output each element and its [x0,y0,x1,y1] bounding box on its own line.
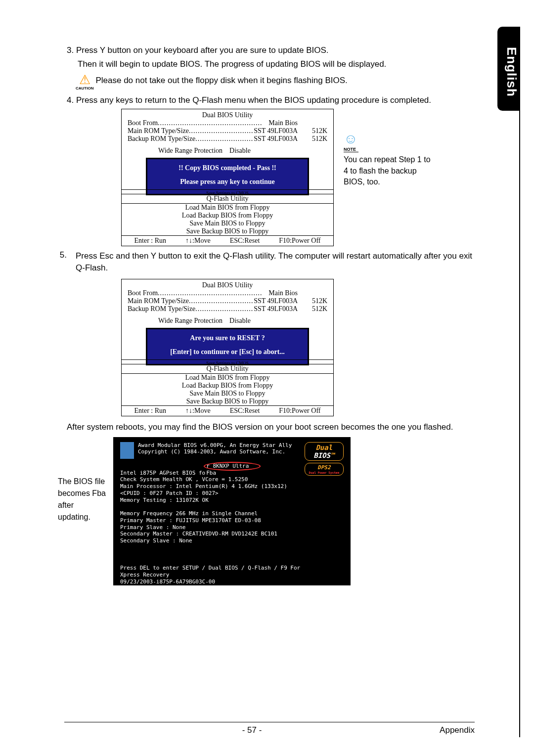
caution-icon: ⚠ CAUTION [76,73,93,90]
page-number: - 57 - [242,725,262,735]
bios-title: Dual BIOS Utility [128,111,327,119]
boot-logos: DualBIOS™ DPS2Dual Power System [305,442,344,478]
caution-text: Please do not take out the floppy disk w… [95,75,347,87]
note-label: NOTE [344,147,358,152]
qflash-title: Q-Flash Utility [122,194,333,204]
section-name: Appendix [440,725,475,735]
step-3-line-1: 3. Press Y button on your keyboard after… [67,44,480,56]
overlay-clip: Save Settings to CMOS [122,189,333,194]
step-5-num: 5. [52,250,67,276]
step-4: 4. Press any keys to return to the Q-Fla… [67,94,480,106]
qflash-item: Save Main BIOS to Floppy [122,220,333,227]
note-icon: ☺ [344,131,433,147]
keybar: Enter : Run ↑↓:Move ESC:Reset F10:Power … [122,235,333,246]
page-footer: - 57 - Appendix [64,722,475,735]
fba-highlight: r 8KNXP Ultra Fba [204,462,261,471]
qflash-item: Load Main BIOS from Floppy [122,204,333,212]
bios-utility-box-1: Dual BIOS Utility Boot From.............… [121,109,334,246]
boot-result-label: The BIOS file becomes Fba after updating… [2,437,107,585]
note-text: You can repeat Step 1 to 4 to flash the … [344,154,433,187]
qflash-item: Load Backup BIOS from Floppy [122,212,333,220]
step-5: Press Esc and then Y button to exit the … [76,250,480,274]
award-icon [120,442,134,459]
boot-screen: Award Modular BIOS v6.00PG, An Energy St… [113,437,351,585]
bios-utility-box-2: Dual BIOS Utility Boot From.............… [121,279,334,416]
qflash-item: Save Backup BIOS to Floppy [122,227,333,235]
step-3-line-2: Then it will begin to update BIOS. The p… [78,58,480,70]
language-tab: English [497,27,519,111]
result-text: After system reboots, you may find the B… [67,422,529,432]
